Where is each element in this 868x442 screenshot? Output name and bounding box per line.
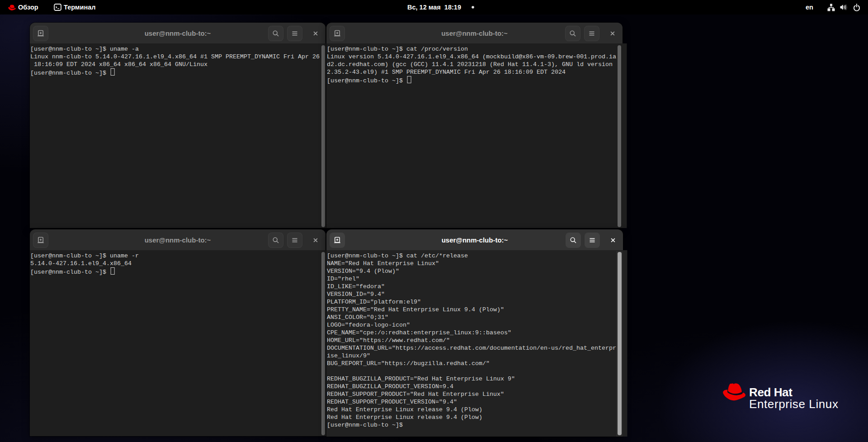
svg-text:Enterprise Linux: Enterprise Linux [749,397,838,411]
